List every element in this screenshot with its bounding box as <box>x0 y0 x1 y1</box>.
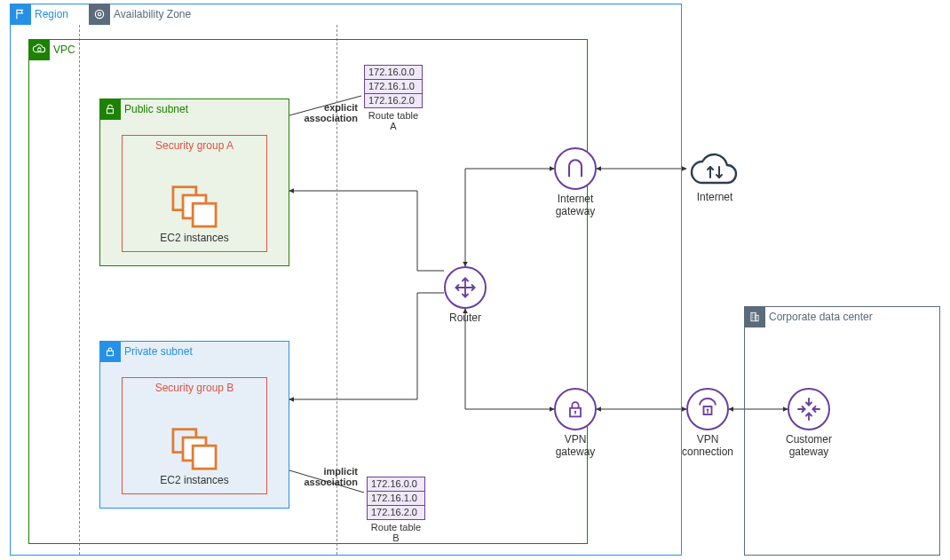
cloud-lock-icon <box>28 39 50 60</box>
route-table-b-label: Route table B <box>367 522 425 543</box>
vpn-connection-node <box>686 388 729 430</box>
route-table-a-row: 172.16.1.0 <box>364 79 423 94</box>
internet-node <box>686 149 743 190</box>
route-table-b-row: 172.16.0.0 <box>367 477 425 492</box>
svg-point-12 <box>574 411 576 413</box>
lock-icon <box>565 398 586 420</box>
building-icon <box>744 306 765 327</box>
private-subnet-container: Private subnet Security group B EC2 inst… <box>99 341 289 509</box>
route-table-b-row: 172.16.1.0 <box>367 491 425 506</box>
internet-label: Internet <box>670 191 759 203</box>
diagram-canvas: Region Availability Zone VPC Public subn… <box>0 0 950 560</box>
private-subnet-tab: Private subnet <box>99 341 200 362</box>
public-subnet-container: Public subnet Security group A EC2 insta… <box>99 99 289 266</box>
svg-rect-10 <box>193 446 216 469</box>
route-table-a-row: 172.16.2.0 <box>364 93 423 108</box>
corporate-data-center-container: Corporate data center <box>744 306 940 556</box>
ec2-instances-label-a: EC2 instances <box>160 232 228 244</box>
internet-gateway-label: Internet gateway <box>531 193 620 218</box>
corporate-data-center-tab: Corporate data center <box>744 306 880 327</box>
svg-rect-16 <box>756 315 758 320</box>
route-table-a: 172.16.0.0 172.16.1.0 172.16.2.0 Route t… <box>364 65 423 131</box>
ec2-instances-icon <box>170 184 219 228</box>
svg-rect-2 <box>38 49 41 51</box>
vpn-connection-label: VPN connection <box>663 433 752 459</box>
corporate-data-center-label: Corporate data center <box>765 306 880 327</box>
ec2-instances-icon <box>170 426 219 470</box>
gateway-arch-icon <box>563 156 588 181</box>
vpc-tab: VPC <box>28 39 83 60</box>
lock-open-icon <box>99 99 121 120</box>
explicit-association-label: explicit association <box>296 102 358 123</box>
security-group-b: Security group B EC2 instances <box>122 377 267 494</box>
cloud-icon <box>686 149 743 190</box>
svg-rect-3 <box>107 108 114 113</box>
ec2-instances-label-b: EC2 instances <box>160 474 228 486</box>
implicit-association-label: implicit association <box>296 466 358 487</box>
availability-zone-tab: Availability Zone <box>89 4 198 25</box>
zone-marker-icon <box>89 4 110 25</box>
route-table-b: 172.16.0.0 172.16.1.0 172.16.2.0 Route t… <box>367 477 425 543</box>
security-group-a: Security group A EC2 instances <box>122 135 267 252</box>
route-table-b-row: 172.16.2.0 <box>367 505 425 520</box>
svg-rect-6 <box>193 203 216 226</box>
region-tab: Region <box>10 4 75 25</box>
region-label: Region <box>31 4 75 25</box>
security-group-b-title: Security group B <box>123 378 266 394</box>
flag-icon <box>10 4 31 25</box>
public-subnet-tab: Public subnet <box>99 99 195 120</box>
router-node <box>444 266 487 309</box>
private-subnet-label: Private subnet <box>121 341 200 362</box>
lock-closed-icon <box>99 341 121 362</box>
vpn-gateway-node <box>554 388 597 430</box>
router-label: Router <box>421 312 510 324</box>
svg-point-14 <box>707 408 709 411</box>
svg-rect-7 <box>107 351 114 355</box>
public-subnet-label: Public subnet <box>121 99 195 120</box>
svg-point-0 <box>95 10 103 18</box>
route-table-a-row: 172.16.0.0 <box>364 65 423 80</box>
vpc-label: VPC <box>50 39 83 60</box>
route-table-a-label: Route table A <box>364 110 423 131</box>
router-arrows-icon <box>452 274 479 301</box>
availability-zone-label: Availability Zone <box>110 4 198 25</box>
svg-point-1 <box>98 12 101 16</box>
internet-gateway-node <box>554 147 597 190</box>
vpn-key-icon <box>694 396 721 422</box>
vpn-gateway-label: VPN gateway <box>531 433 620 459</box>
security-group-a-title: Security group A <box>123 136 266 152</box>
